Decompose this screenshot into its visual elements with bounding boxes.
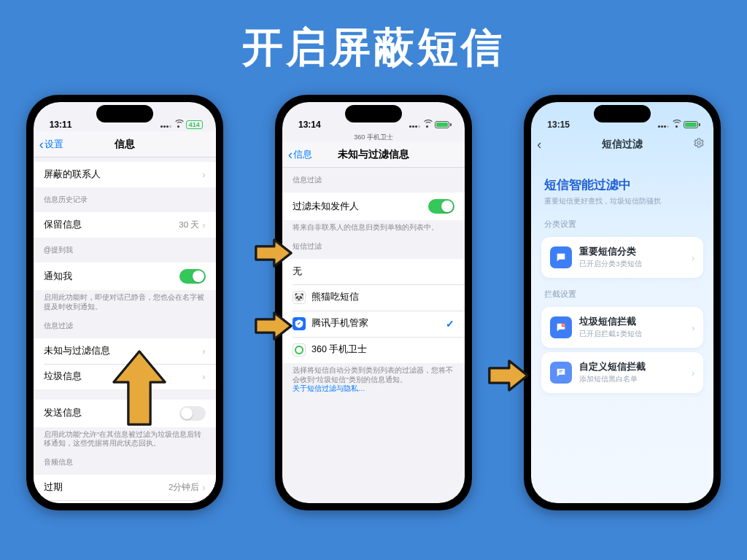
nav-title: 未知与过滤信息 [338, 148, 409, 161]
checkmark-icon: ✓ [446, 318, 454, 330]
callout-arrow-right [254, 238, 293, 268]
cell-value: 2分钟后 [169, 482, 199, 493]
back-button[interactable]: ‹信息 [288, 148, 312, 161]
signal-icon [657, 120, 669, 130]
cell-label: 过期 [44, 481, 63, 494]
cell-label: 熊猫吃短信 [311, 291, 454, 303]
card-title: 自定义短信拦截 [579, 361, 684, 373]
cell-label: 腾讯手机管家 [311, 317, 446, 330]
section-footer: 选择将短信自动分类到类别列表的过滤器，您将不会收到"垃圾短信"类别的信息通知。 … [282, 363, 465, 395]
gear-icon[interactable] [693, 137, 705, 152]
svg-point-0 [697, 141, 700, 144]
row-app-panda[interactable]: 🐼 熊猫吃短信 [282, 284, 465, 311]
hero-subtitle: 重要短信更好查找，垃圾短信防骚扰 [544, 196, 700, 206]
section-header: @提到我 [34, 238, 216, 258]
row-app-tencent[interactable]: 腾讯手机管家 ✓ [282, 311, 465, 337]
svg-marker-4 [256, 240, 291, 266]
custom-list-icon [550, 362, 572, 384]
svg-marker-5 [256, 313, 291, 339]
section-header: 信息过滤 [34, 314, 216, 334]
dynamic-island [345, 105, 402, 122]
toggle-notify-me[interactable] [179, 269, 206, 284]
cell-label: 发送信息 [44, 407, 82, 419]
nav-title: 短信过滤 [602, 138, 643, 151]
wifi-icon [671, 121, 681, 128]
chevron-right-icon: › [692, 322, 694, 333]
cell-label: 保留信息 [44, 219, 82, 231]
chevron-right-icon: › [202, 169, 205, 180]
section-header: 拦截设置 [531, 287, 713, 303]
page-title: 开启屏蔽短信 [0, 0, 747, 76]
card-title: 重要短信分类 [579, 246, 684, 258]
row-filter-none[interactable]: 无 [282, 259, 465, 284]
signal-icon [409, 120, 420, 130]
hero: 短信智能过滤中 重要短信更好查找，垃圾短信防骚扰 [531, 158, 713, 217]
status-time: 13:11 [50, 120, 72, 130]
callout-arrow-right [254, 311, 293, 341]
dynamic-island [594, 105, 651, 122]
phone-3-screen: 13:15 ‹ 短信过滤 短信智能过滤中 重要短信更好查找，垃圾短信防骚扰 分类… [531, 102, 713, 503]
chevron-left-icon: ‹ [537, 138, 541, 151]
shield-block-icon [550, 316, 572, 338]
settings-list[interactable]: 屏蔽的联系人 › 信息历史记录 保留信息 30 天› @提到我 通知我 [34, 158, 216, 503]
card-important-class[interactable]: 重要短信分类 已开启分类3类短信 › [541, 237, 703, 278]
privacy-link[interactable]: 关于短信过滤与隐私… [293, 384, 365, 392]
cell-label: 垃圾信息 [44, 370, 82, 383]
toggle-filter-unknown[interactable] [428, 199, 454, 214]
nav-title: 信息 [115, 138, 135, 151]
battery-icon [684, 121, 700, 128]
phones-row: 13:11 414 ‹设置 信息 屏蔽的联系人 › 信息历史记录 [0, 95, 747, 538]
card-subtitle: 已开启拦截1类短信 [579, 330, 684, 339]
card-subtitle: 添加短信黑白名单 [579, 375, 684, 384]
back-button[interactable]: ‹设置 [39, 138, 63, 151]
row-filter-unknown[interactable]: 过滤未知发件人 [282, 192, 465, 220]
section-footer: 启用此功能时，即使对话已静音，您也会在名字被提及时收到通知。 [34, 290, 216, 314]
status-time: 13:14 [298, 120, 321, 130]
status-time: 13:15 [547, 120, 570, 130]
cell-value: 30 天 [179, 219, 199, 230]
nav-bar: ‹设置 信息 [34, 131, 216, 158]
dynamic-island [96, 105, 153, 122]
nav-bar: ‹信息 未知与过滤信息 [282, 141, 465, 168]
section-header: 信息过滤 [282, 168, 465, 188]
card-title: 垃圾短信拦截 [579, 316, 684, 328]
hero-title: 短信智能过滤中 [544, 176, 700, 193]
chevron-right-icon: › [692, 368, 694, 378]
phone-2-screen: 13:14 360 手机卫士 ‹信息 未知与过滤信息 信息过滤 过滤未知发件人 [282, 102, 465, 503]
row-expire[interactable]: 过期 2分钟后› [34, 475, 216, 500]
back-button[interactable]: ‹ [537, 138, 541, 151]
section-header: 分类设置 [531, 217, 713, 233]
row-raise-listen[interactable]: 贴近耳边听取 [34, 500, 216, 503]
panda-app-icon: 🐼 [293, 291, 306, 304]
phone-1: 13:11 414 ‹设置 信息 屏蔽的联系人 › 信息历史记录 [26, 95, 223, 510]
callout-arrow-right [487, 359, 530, 392]
section-footer: 启用此功能"允许"在其信息被过滤为垃圾信息后转移通知，这些凭据将用此状态回执。 [34, 427, 216, 451]
section-header: 短信过滤 [282, 234, 465, 254]
section-header: 信息历史记录 [34, 187, 216, 208]
row-keep-messages[interactable]: 保留信息 30 天› [34, 212, 216, 238]
card-spam-block[interactable]: 垃圾短信拦截 已开启拦截1类短信 › [541, 307, 703, 348]
360-app-icon [293, 343, 306, 357]
row-blocked-contacts[interactable]: 屏蔽的联系人 › [34, 162, 216, 187]
back-label: 设置 [44, 138, 63, 151]
svg-rect-2 [562, 324, 565, 325]
battery-icon: 414 [186, 120, 203, 129]
row-notify-me[interactable]: 通知我 [34, 262, 216, 290]
phone-3: 13:15 ‹ 短信过滤 短信智能过滤中 重要短信更好查找，垃圾短信防骚扰 分类… [524, 95, 721, 510]
cell-label: 无 [293, 265, 454, 278]
card-subtitle: 已开启分类3类短信 [579, 260, 684, 269]
phone-1-screen: 13:11 414 ‹设置 信息 屏蔽的联系人 › 信息历史记录 [34, 102, 216, 503]
toggle-send-read[interactable] [179, 406, 206, 421]
chevron-right-icon: › [202, 219, 205, 230]
chevron-left-icon: ‹ [39, 138, 44, 151]
wifi-icon [422, 121, 433, 128]
chevron-right-icon: › [692, 252, 694, 263]
row-app-360[interactable]: 360 手机卫士 [282, 337, 465, 363]
chevron-left-icon: ‹ [288, 148, 293, 161]
settings-list[interactable]: 信息过滤 过滤未知发件人 将来自非联系人的信息归类到单独的列表中。 短信过滤 无… [282, 168, 465, 503]
card-custom-block[interactable]: 自定义短信拦截 添加短信黑白名单 › [541, 352, 703, 393]
svg-marker-6 [489, 361, 527, 390]
cell-label: 屏蔽的联系人 [44, 168, 101, 181]
wifi-icon [174, 121, 184, 128]
svg-marker-3 [114, 351, 165, 424]
